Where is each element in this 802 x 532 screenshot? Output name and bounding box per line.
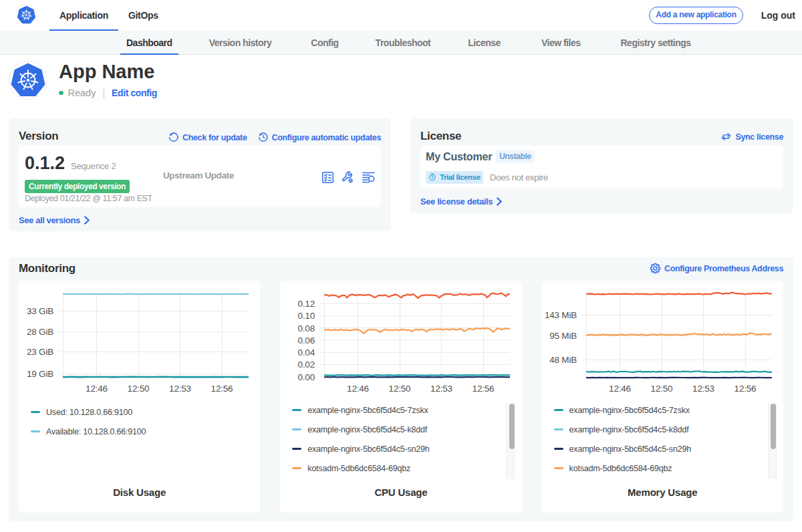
svg-text:12:56: 12:56 <box>734 384 756 394</box>
svg-text:12:53: 12:53 <box>430 384 452 394</box>
svg-text:0.00: 0.00 <box>298 372 315 382</box>
svg-text:12:46: 12:46 <box>609 384 631 394</box>
svg-text:0.12: 0.12 <box>298 299 315 309</box>
svg-text:33 GiB: 33 GiB <box>27 306 53 316</box>
svg-text:12:53: 12:53 <box>692 384 714 394</box>
svg-text:23 GiB: 23 GiB <box>27 347 53 357</box>
svg-text:48 MiB: 48 MiB <box>549 355 577 365</box>
svg-text:12:46: 12:46 <box>86 384 108 394</box>
svg-text:19 GiB: 19 GiB <box>27 369 53 379</box>
svg-text:0.10: 0.10 <box>298 311 315 321</box>
svg-text:12:53: 12:53 <box>169 384 191 394</box>
svg-text:0.04: 0.04 <box>298 348 315 358</box>
svg-text:0.02: 0.02 <box>298 360 315 370</box>
svg-text:12:56: 12:56 <box>211 384 233 394</box>
svg-text:12:50: 12:50 <box>128 384 150 394</box>
svg-text:95 MiB: 95 MiB <box>549 331 577 341</box>
svg-text:12:46: 12:46 <box>347 384 369 394</box>
svg-text:12:50: 12:50 <box>650 384 672 394</box>
svg-text:143 MiB: 143 MiB <box>544 310 576 320</box>
svg-text:0.08: 0.08 <box>298 323 315 334</box>
svg-text:12:50: 12:50 <box>389 384 411 394</box>
svg-text:0.06: 0.06 <box>298 336 315 346</box>
svg-text:12:56: 12:56 <box>473 384 495 394</box>
svg-text:28 GiB: 28 GiB <box>27 327 53 337</box>
